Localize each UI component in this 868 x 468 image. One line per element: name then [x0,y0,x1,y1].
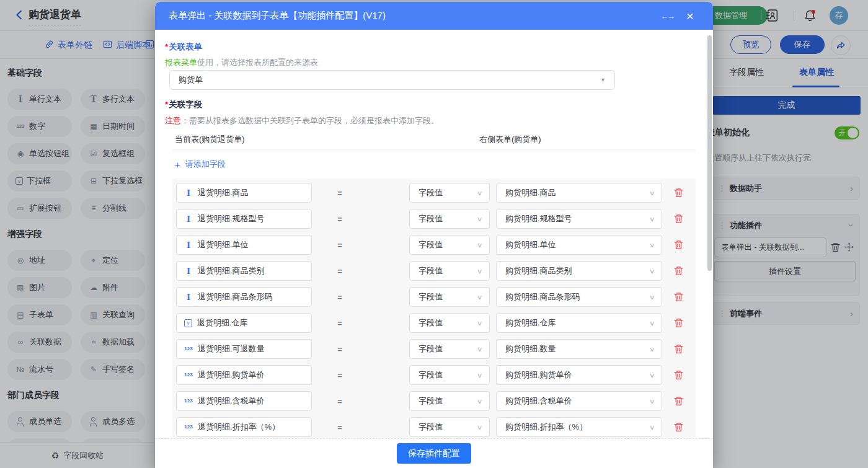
field-type-icon: 123 [182,397,195,406]
related-form-label: *关联表单 [165,42,202,53]
left-field-label: 退货明细.仓库 [197,317,248,329]
left-field-label: 退货明细.商品类别 [198,265,265,276]
left-field-input[interactable]: I 退货明细.商品条形码 [176,287,312,307]
delete-row-icon[interactable] [672,395,684,407]
fields-note: 注意：需要从报表多选数据中关联到子表单的字段，必须是报表中添加字段。 [165,115,439,126]
field-type-icon: 123 [182,345,195,354]
field-mapping-list: I 退货明细.商品 = 字段值 ∨ 购货明细.商品 ∨ [172,179,696,438]
left-field-input[interactable]: 123 退货明细.折扣率（%） [176,417,312,437]
chevron-down-icon: ∨ [649,398,655,405]
left-field-input[interactable]: 123 退货明细.购货单价 [176,365,312,385]
equals-sign: = [325,365,355,385]
right-field-select[interactable]: 购货明细.数量 ∨ [496,339,662,359]
value-mode-select[interactable]: 字段值 ∨ [409,417,490,437]
value-mode-label: 字段值 [418,317,477,329]
value-mode-select[interactable]: 字段值 ∨ [409,235,490,255]
equals-sign: = [325,391,355,411]
left-field-label: 退货明细.商品条形码 [198,291,273,302]
equals-sign: = [325,183,355,203]
add-field-label: 请添加字段 [185,159,226,170]
left-field-input[interactable]: I 退货明细.单位 [176,235,312,255]
modal-footer: 保存插件配置 [155,438,713,468]
value-mode-select[interactable]: 字段值 ∨ [409,287,490,307]
delete-row-icon[interactable] [672,317,684,329]
value-mode-select[interactable]: 字段值 ∨ [409,339,490,359]
right-field-label: 购货明细.规格型号 [505,213,650,224]
value-mode-label: 字段值 [418,239,477,250]
left-field-label: 退货明细.单位 [198,239,249,250]
value-mode-label: 字段值 [418,213,477,224]
equals-sign: = [325,313,355,333]
value-mode-select[interactable]: 字段值 ∨ [409,183,490,203]
value-mode-select[interactable]: 字段值 ∨ [409,313,490,333]
field-mapping-row: I 退货明细.商品 = 字段值 ∨ 购货明细.商品 ∨ [172,183,696,203]
source-form-select[interactable]: 购货单 ▼ [169,70,615,90]
modal-scrollbar-thumb[interactable] [707,35,712,271]
right-field-select[interactable]: 购货明细.仓库 ∨ [496,313,662,333]
right-field-select[interactable]: 购货明细.商品 ∨ [496,183,662,203]
modal-header[interactable]: 表单弹出 - 关联数据到子表单【功能插件配置】(V17) ←→ × [155,2,713,30]
delete-row-icon[interactable] [672,187,684,199]
left-field-input[interactable]: ∨ 退货明细.仓库 [176,313,312,333]
left-field-label: 退货明细.购货单价 [198,369,265,381]
save-plugin-config-button[interactable]: 保存插件配置 [397,443,471,464]
delete-row-icon[interactable] [672,239,684,251]
right-field-label: 购货明细.仓库 [505,317,650,329]
chevron-down-icon: ∨ [649,424,655,431]
delete-row-icon[interactable] [672,421,684,433]
chevron-down-icon: ∨ [649,372,655,379]
plugin-config-modal: 表单弹出 - 关联数据到子表单【功能插件配置】(V17) ←→ × *关联表单 … [155,2,713,468]
right-field-select[interactable]: 购货明细.单位 ∨ [496,235,662,255]
value-mode-select[interactable]: 字段值 ∨ [409,391,490,411]
field-type-icon: I [182,241,195,250]
value-mode-label: 字段值 [418,369,477,381]
delete-row-icon[interactable] [672,291,684,303]
close-icon[interactable]: × [682,2,698,30]
right-field-select[interactable]: 购货明细.商品类别 ∨ [496,261,662,281]
right-field-label: 购货明细.数量 [505,343,650,355]
chevron-down-icon: ∨ [476,346,482,353]
delete-row-icon[interactable] [672,369,684,381]
right-field-select[interactable]: 购货明细.含税单价 ∨ [496,391,662,411]
field-type-icon: I [182,214,195,224]
field-mapping-row: 123 退货明细.含税单价 = 字段值 ∨ 购货明细.含税单价 ∨ [172,391,696,411]
value-mode-label: 字段值 [418,187,477,198]
required-mark: * [165,100,168,109]
value-mode-select[interactable]: 字段值 ∨ [409,209,490,229]
value-mode-label: 字段值 [418,395,477,407]
right-field-label: 购货明细.折扣率（%） [505,422,650,433]
left-field-label: 退货明细.含税单价 [198,395,265,407]
delete-row-icon[interactable] [672,265,684,277]
right-field-select[interactable]: 购货明细.购货单价 ∨ [496,365,662,385]
left-field-input[interactable]: I 退货明细.规格型号 [176,209,312,229]
right-field-label: 购货明细.含税单价 [505,395,650,407]
value-mode-select[interactable]: 字段值 ∨ [409,261,490,281]
chevron-down-icon: ∨ [649,294,655,301]
header-divider [172,149,696,150]
value-mode-select[interactable]: 字段值 ∨ [409,365,490,385]
expand-icon[interactable]: ←→ [657,2,678,30]
left-table-header: 当前表(购货退货单) [175,134,245,145]
delete-row-icon[interactable] [672,213,684,225]
field-type-icon: I [182,188,195,198]
equals-sign: = [325,287,355,307]
value-mode-label: 字段值 [418,422,477,433]
field-mapping-row: 123 退货明细.购货单价 = 字段值 ∨ 购货明细.购货单价 ∨ [172,365,696,385]
left-field-label: 退货明细.折扣率（%） [198,422,280,433]
left-field-input[interactable]: 123 退货明细.含税单价 [176,391,312,411]
dropdown-arrow-icon: ▼ [600,77,606,83]
equals-sign: = [325,261,355,281]
right-field-select[interactable]: 购货明细.商品条形码 ∨ [496,287,662,307]
chevron-down-icon: ∨ [649,242,655,249]
right-field-select[interactable]: 购货明细.折扣率（%） ∨ [496,417,662,437]
chevron-down-icon: ∨ [476,372,482,379]
field-mapping-row: 123 退货明细.可退数量 = 字段值 ∨ 购货明细.数量 ∨ [172,339,696,359]
value-mode-label: 字段值 [418,343,477,355]
delete-row-icon[interactable] [672,343,684,355]
value-mode-label: 字段值 [418,265,477,276]
add-field-link[interactable]: + 请添加字段 [175,159,226,170]
left-field-input[interactable]: 123 退货明细.可退数量 [176,339,312,359]
right-field-select[interactable]: 购货明细.规格型号 ∨ [496,209,662,229]
left-field-input[interactable]: I 退货明细.商品类别 [176,261,312,281]
left-field-input[interactable]: I 退货明细.商品 [176,183,312,203]
